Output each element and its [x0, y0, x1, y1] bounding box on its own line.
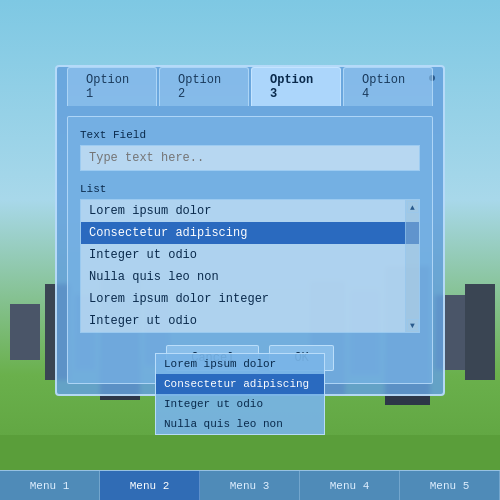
menu-item-3[interactable]: Menu 3 [200, 471, 300, 500]
scroll-up-arrow[interactable]: ▲ [407, 201, 419, 213]
tab-option-3[interactable]: Option 3 [251, 67, 341, 106]
list-item[interactable]: Consectetur adipiscing [81, 222, 419, 244]
dropdown-item[interactable]: Consectetur adipiscing [156, 374, 324, 394]
tab-bar: Option 1 Option 2 Option 3 Option 4 [57, 67, 443, 106]
main-dialog: Option 1 Option 2 Option 3 Option 4 Text… [55, 65, 445, 396]
dialog-content: Text Field List Lorem ipsum dolor Consec… [67, 116, 433, 384]
menu-item-1[interactable]: Menu 1 [0, 471, 100, 500]
tab-option-1[interactable]: Option 1 [67, 67, 157, 106]
list-item[interactable]: Lorem ipsum dolor integer [81, 288, 419, 310]
tab-option-4[interactable]: Option 4 [343, 67, 433, 106]
dropdown-menu: Lorem ipsum dolor Consectetur adipiscing… [155, 353, 325, 435]
menu-item-5[interactable]: Menu 5 [400, 471, 500, 500]
list-item[interactable]: Lorem ipsum dolor [81, 200, 419, 222]
dropdown-item[interactable]: Nulla quis leo non [156, 414, 324, 434]
menu-bar: Menu 1 Menu 2 Menu 3 Menu 4 Menu 5 [0, 470, 500, 500]
list-container: Lorem ipsum dolor Consectetur adipiscing… [80, 199, 420, 333]
text-field-label: Text Field [80, 129, 420, 141]
scroll-down-arrow[interactable]: ▼ [407, 319, 419, 331]
list-item[interactable]: Integer ut odio [81, 244, 419, 266]
menu-item-2[interactable]: Menu 2 [100, 471, 200, 500]
list-label: List [80, 183, 420, 195]
menu-item-4[interactable]: Menu 4 [300, 471, 400, 500]
list-item[interactable]: Integer ut odio [81, 310, 419, 332]
text-input[interactable] [80, 145, 420, 171]
dropdown-item[interactable]: Lorem ipsum dolor [156, 354, 324, 374]
dropdown-item[interactable]: Integer ut odio [156, 394, 324, 414]
tab-option-2[interactable]: Option 2 [159, 67, 249, 106]
list-item[interactable]: Nulla quis leo non [81, 266, 419, 288]
list-scrollbar[interactable]: ▲ ▼ [405, 200, 419, 332]
